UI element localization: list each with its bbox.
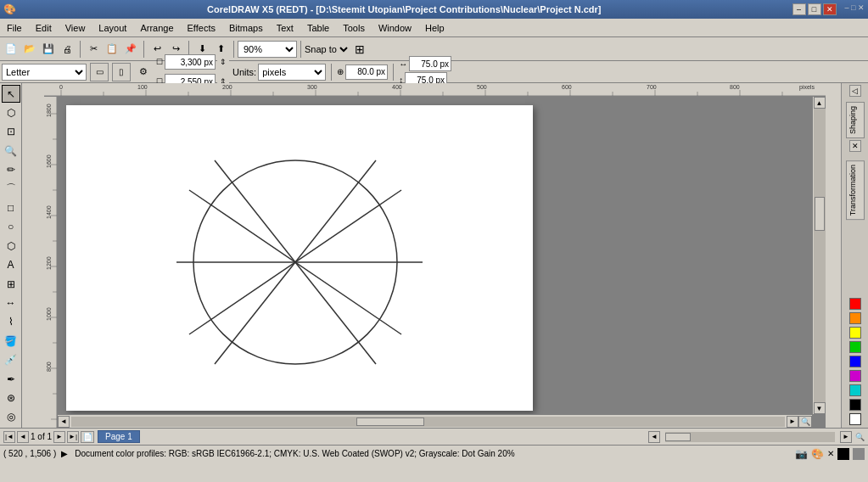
color-orange[interactable]: [849, 312, 861, 324]
width-unit-arrows[interactable]: ⇕: [217, 53, 229, 71]
color-yellow[interactable]: [849, 327, 861, 339]
shaping-panel-tab[interactable]: Shaping: [846, 102, 865, 138]
app-icon: 🎨: [3, 3, 16, 15]
ellipse-tool[interactable]: ○: [2, 218, 20, 236]
smart-draw-tool[interactable]: ⌒: [2, 180, 20, 198]
rectangle-tool[interactable]: □: [2, 199, 20, 216]
zoom-tool[interactable]: 🔍: [2, 142, 20, 160]
camera-button[interactable]: 📷: [795, 448, 808, 460]
horizontal-scrollbar[interactable]: ◄ ► 🔍: [58, 414, 812, 428]
landscape-button[interactable]: ▯: [112, 63, 131, 81]
print-button[interactable]: 🖨: [58, 40, 76, 59]
close-indicator[interactable]: ✕: [827, 449, 834, 458]
hscroll-left2[interactable]: ◄: [648, 431, 660, 443]
scroll-track-vertical[interactable]: [814, 109, 826, 402]
cut-button[interactable]: ✂: [84, 40, 103, 59]
color-black[interactable]: [849, 399, 861, 411]
scroll-down-button[interactable]: ▼: [814, 402, 826, 414]
menu-table[interactable]: Table: [300, 19, 336, 36]
menu-view[interactable]: View: [59, 19, 92, 36]
scroll-left-button[interactable]: ◄: [58, 416, 70, 428]
first-page-button[interactable]: |◄: [3, 431, 15, 443]
panel-arrow-right[interactable]: ◁: [849, 85, 861, 97]
color-magenta[interactable]: [849, 370, 861, 382]
zoom-fit-button[interactable]: 🔍: [798, 416, 812, 428]
width-input[interactable]: [165, 54, 216, 70]
crop-tool[interactable]: ⊡: [2, 123, 20, 141]
snap-select[interactable]: ▼: [337, 41, 350, 58]
polygon-tool[interactable]: ⬡: [2, 237, 20, 255]
svg-text:200: 200: [222, 84, 232, 90]
scroll-thumb-vertical[interactable]: [815, 197, 825, 231]
scroll-right-button[interactable]: ►: [787, 416, 798, 428]
scroll-track-horizontal[interactable]: [71, 417, 785, 427]
next-page-button[interactable]: ►: [53, 431, 65, 443]
canvas-wrapper: 0 100 200 300 400 500 600 700 80: [22, 83, 841, 428]
close-button[interactable]: ✕: [823, 3, 837, 15]
selector-tool[interactable]: ↖: [2, 85, 20, 103]
page-tab[interactable]: Page 1: [98, 430, 140, 443]
scroll-thumb-horizontal[interactable]: [356, 418, 424, 426]
new-button[interactable]: 📄: [2, 40, 20, 59]
prev-page-button[interactable]: ◄: [17, 431, 29, 443]
add-page-button[interactable]: 📄: [81, 431, 94, 443]
zoom-select[interactable]: 90% 100% 75% 50%: [238, 41, 297, 58]
zoom-status-button[interactable]: 🔍: [855, 433, 865, 441]
fill-color-indicator[interactable]: [837, 448, 849, 460]
document-size-select[interactable]: Letter: [2, 64, 87, 81]
freehand-tool[interactable]: ✏: [2, 161, 20, 179]
menu-effects[interactable]: Effects: [181, 19, 222, 36]
menu-help[interactable]: Help: [418, 19, 451, 36]
snap-options-button[interactable]: ⊞: [350, 40, 369, 59]
table-tool[interactable]: ⊞: [2, 275, 20, 293]
color-green[interactable]: [849, 341, 861, 353]
page-settings-button[interactable]: ⚙: [134, 63, 153, 81]
outline-tool[interactable]: ✒: [2, 370, 20, 388]
blend-tool[interactable]: ⊛: [2, 389, 20, 406]
fill-tool[interactable]: 🪣: [2, 332, 20, 350]
color-swatch-button[interactable]: 🎨: [811, 448, 824, 460]
last-page-button[interactable]: ►|: [67, 431, 79, 443]
menu-window[interactable]: Window: [372, 19, 418, 36]
page-scrollbar[interactable]: [665, 432, 835, 442]
canvas-area[interactable]: ▲ ▼ ◄ ► 🔍: [58, 97, 826, 428]
color-cyan[interactable]: [849, 384, 861, 396]
color-white[interactable]: [849, 413, 861, 425]
connector-tool[interactable]: ⌇: [2, 313, 20, 331]
menu-tools[interactable]: Tools: [336, 19, 372, 36]
window-title: CorelDRAW X5 (REDT) - [D:\Steemit Utopia…: [16, 4, 792, 14]
menu-layout[interactable]: Layout: [92, 19, 133, 36]
menu-text[interactable]: Text: [270, 19, 300, 36]
play-button[interactable]: ▶: [61, 449, 68, 458]
svg-text:400: 400: [392, 84, 402, 90]
copy-button[interactable]: 📋: [103, 40, 121, 59]
color-blue[interactable]: [849, 356, 861, 367]
color-red[interactable]: [849, 298, 861, 310]
menu-file[interactable]: File: [0, 19, 29, 36]
paste-button[interactable]: 📌: [121, 40, 140, 59]
save-button[interactable]: 💾: [39, 40, 58, 59]
hscroll-right2[interactable]: ►: [840, 431, 852, 443]
coord-x-input[interactable]: [409, 56, 451, 71]
menu-edit[interactable]: Edit: [29, 19, 59, 36]
portrait-button[interactable]: ▭: [90, 63, 109, 81]
page-scroll-thumb[interactable]: [665, 433, 691, 441]
open-button[interactable]: 📂: [20, 40, 39, 59]
menu-bitmaps[interactable]: Bitmaps: [222, 19, 270, 36]
restore-button[interactable]: □: [808, 3, 821, 15]
minimize-button[interactable]: –: [792, 3, 806, 15]
scroll-up-button[interactable]: ▲: [814, 97, 826, 109]
transformation-panel-tab[interactable]: Transformation: [846, 160, 865, 220]
menu-arrange[interactable]: Arrange: [133, 19, 180, 36]
stroke-color-indicator[interactable]: [853, 448, 865, 460]
drawing-canvas[interactable]: [66, 105, 533, 411]
eyedropper-tool[interactable]: 💉: [2, 350, 20, 368]
panel-close-x[interactable]: ✕: [849, 140, 861, 152]
text-tool[interactable]: A: [2, 256, 20, 274]
dimension-tool[interactable]: ↔: [2, 294, 20, 311]
vertical-scrollbar[interactable]: ▲ ▼: [812, 97, 826, 414]
contour-tool[interactable]: ◎: [2, 408, 20, 426]
node-edit-tool[interactable]: ⬡: [2, 104, 20, 121]
units-select[interactable]: pixels inches mm: [258, 64, 326, 81]
nudge-input[interactable]: [345, 64, 388, 80]
